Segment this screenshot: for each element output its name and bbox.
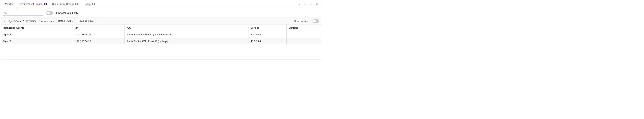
chevron-down-button[interactable]: ▾ [296, 2, 302, 7]
group-id: (171230) [26, 20, 36, 22]
environments-label: Environments: [39, 20, 54, 22]
tab-private-agent-groups-label: Private Agent Groups [20, 2, 42, 5]
col-header-actions: Actions [286, 24, 322, 31]
cell-version: 11.32.0.4 [248, 31, 286, 38]
env-tag-example[interactable]: Example Env A [76, 19, 96, 23]
cell-actions [286, 31, 322, 38]
agents-table: Installed In Agents ↑ IP OS Version Acti… [0, 24, 322, 44]
group-header: ▾ Agent Group A (171230) Environments: D… [0, 18, 322, 24]
disassociated-label: Disassociated [294, 20, 309, 22]
search-row: 🔍 Show associated only [0, 8, 322, 18]
tab-cloud-agent-groups-label: Cloud Agent Groups [52, 2, 74, 5]
sort-arrow-installed-in-agents: ↑ [26, 27, 27, 29]
cell-agent-name: Agent 1 [0, 31, 73, 38]
group-chevron-icon[interactable]: ▾ [3, 19, 6, 23]
col-header-os: OS [125, 24, 248, 31]
cell-agent-name: Agent 2 [0, 38, 73, 45]
tab-cloud-agent-groups-badge: 2 [75, 3, 78, 5]
search-input[interactable] [3, 10, 44, 16]
tab-manifest[interactable]: Manifest [2, 0, 17, 8]
col-header-installed-in-agents-label: Installed In Agents [3, 26, 24, 29]
col-header-ip-label: IP [76, 26, 78, 29]
group-name: Agent Group A [8, 20, 24, 22]
tab-private-agent-groups-badge: 0 [44, 3, 47, 5]
tab-usage-label: Usage [84, 2, 91, 5]
col-header-os-label: OS [127, 26, 131, 29]
cell-ip: 192.168.64.18 [73, 31, 125, 38]
cell-ip: 192.168.64.25 [73, 38, 125, 45]
tab-usage-badge: 1 [92, 3, 95, 5]
col-header-version: Version [248, 24, 286, 31]
cell-version: 11.32.0.4 [248, 38, 286, 45]
tab-cloud-agent-groups[interactable]: Cloud Agent Groups 2 [50, 0, 81, 8]
chevron-up-button[interactable]: ▴ [302, 2, 308, 7]
tab-actions: ▾ ▴ ⤢ ✕ [296, 2, 320, 7]
col-header-installed-in-agents[interactable]: Installed In Agents ↑ [0, 24, 73, 31]
col-header-actions-label: Actions [289, 26, 298, 29]
search-wrapper: 🔍 [3, 10, 44, 16]
show-associated-toggle-wrapper: Show associated only [46, 11, 78, 15]
expand-button[interactable]: ⤢ [308, 2, 314, 7]
col-header-version-label: Version [251, 26, 260, 29]
tab-manifest-label: Manifest [5, 2, 14, 5]
table-row: Agent 2192.168.64.25Linux Debian GNU/Lin… [0, 38, 322, 45]
close-button[interactable]: ✕ [314, 2, 320, 7]
show-associated-label: Show associated only [54, 11, 78, 14]
col-header-ip: IP [73, 24, 125, 31]
tab-usage[interactable]: Usage 1 [81, 0, 98, 8]
table-header-row: Installed In Agents ↑ IP OS Version Acti… [0, 24, 322, 31]
tab-bar: Manifest Private Agent Groups 0 Cloud Ag… [0, 0, 322, 8]
tab-private-agent-groups[interactable]: Private Agent Groups 0 [17, 0, 50, 8]
env-tag-default[interactable]: Default Envir... [56, 19, 75, 23]
cell-os: Linux Rocky Linux 8.10 (Green Obsidian) [125, 31, 248, 38]
cell-os: Linux Debian GNU/Linux 11 (bullseye) [125, 38, 248, 45]
cell-actions [286, 38, 322, 45]
search-icon: 🔍 [4, 11, 7, 14]
show-associated-toggle[interactable] [46, 11, 53, 15]
disassociated-toggle[interactable] [312, 19, 319, 23]
table-row: Agent 1192.168.64.18Linux Rocky Linux 8.… [0, 31, 322, 38]
